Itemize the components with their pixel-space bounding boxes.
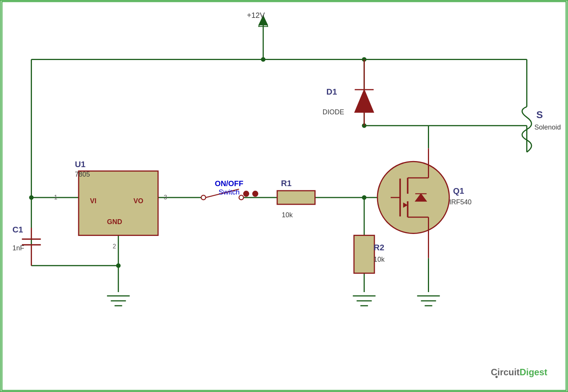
svg-text:Switch: Switch: [219, 188, 240, 196]
svg-point-58: [252, 191, 258, 197]
svg-text:1: 1: [54, 194, 57, 201]
svg-text:IRF540: IRF540: [449, 198, 472, 206]
svg-text:D1: D1: [327, 87, 337, 96]
svg-text:GND: GND: [107, 218, 122, 226]
svg-rect-61: [277, 191, 315, 204]
svg-text:ON/OFF: ON/OFF: [215, 179, 243, 188]
svg-point-93: [495, 376, 498, 378]
svg-text:R2: R2: [374, 243, 384, 252]
circuit-diagram: VI VO GND U1 7805 1 3 2 ON/OFF Switch R1…: [0, 0, 568, 392]
svg-text:2: 2: [113, 243, 116, 250]
svg-text:C1: C1: [13, 225, 23, 234]
svg-text:S: S: [536, 109, 543, 120]
svg-text:CircuitDigest: CircuitDigest: [491, 367, 547, 377]
svg-rect-64: [354, 236, 374, 273]
svg-text:10k: 10k: [374, 256, 385, 263]
svg-text:3: 3: [164, 194, 167, 201]
svg-text:7805: 7805: [75, 171, 90, 178]
svg-text:VI: VI: [90, 197, 96, 205]
svg-point-73: [377, 161, 449, 233]
svg-text:+12V: +12V: [247, 11, 265, 19]
svg-text:Q1: Q1: [453, 186, 464, 196]
svg-text:Solenoid: Solenoid: [534, 123, 561, 131]
svg-point-9: [29, 195, 34, 200]
svg-point-57: [243, 191, 249, 197]
svg-text:10k: 10k: [282, 211, 293, 219]
svg-text:VO: VO: [134, 197, 144, 205]
svg-text:U1: U1: [75, 160, 85, 169]
svg-text:1nF: 1nF: [13, 244, 24, 252]
svg-text:DIODE: DIODE: [323, 108, 344, 116]
svg-text:R1: R1: [281, 179, 292, 188]
